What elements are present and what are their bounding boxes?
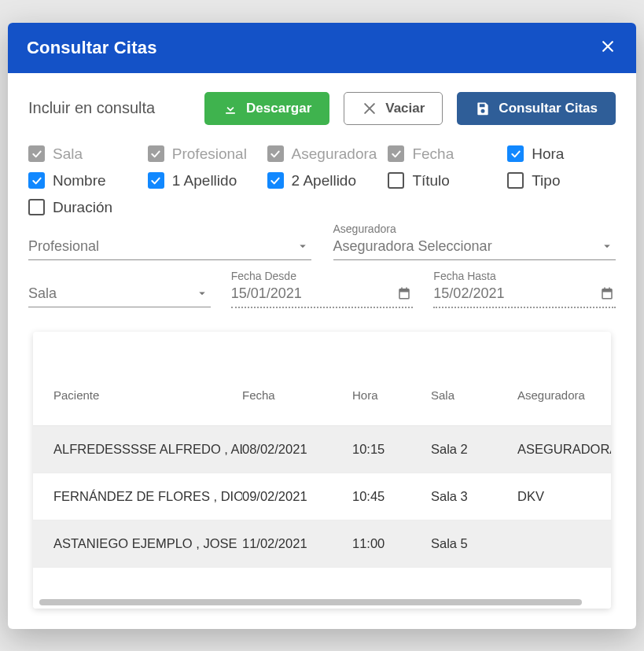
filter-row-2: Sala Fecha Desde 15/01/2021 Fecha Hasta … <box>28 281 616 308</box>
close-button[interactable] <box>598 37 617 59</box>
calendar-icon <box>397 286 411 300</box>
checkbox-titulo[interactable]: Título <box>388 172 496 189</box>
checkbox-grid: Sala Profesional Aseguradora Fecha Hora … <box>28 145 616 216</box>
checkbox-1apellido[interactable]: 1 Apellido <box>148 172 256 189</box>
title-bar: Consultar Citas <box>8 23 636 73</box>
check-icon <box>149 148 162 160</box>
include-label: Incluir en consulta <box>28 99 155 117</box>
fecha-desde-field[interactable]: Fecha Desde 15/01/2021 <box>231 281 414 308</box>
filter-row-1: Profesional Aseguradora Aseguradora Sele… <box>28 234 616 260</box>
sala-select[interactable]: Sala <box>28 281 211 308</box>
check-icon <box>31 175 43 187</box>
modal-body: Incluir en consulta Descargar Vaciar Con… <box>8 73 636 629</box>
checkbox-duracion[interactable]: Duración <box>28 199 137 216</box>
fecha-hasta-field[interactable]: Fecha Hasta 15/02/2021 <box>433 281 616 308</box>
check-icon <box>31 148 43 160</box>
query-button[interactable]: Consultar Citas <box>457 92 616 125</box>
check-icon <box>149 175 162 187</box>
download-button[interactable]: Descargar <box>204 92 329 125</box>
table-header: Paciente Fecha Hora Sala Aseguradora <box>33 332 611 426</box>
checkbox-aseguradora[interactable]: Aseguradora <box>267 145 377 163</box>
check-icon <box>390 148 403 160</box>
clear-button[interactable]: Vaciar <box>344 92 443 125</box>
col-fecha: Fecha <box>242 388 352 402</box>
profesional-select[interactable]: Profesional <box>28 234 311 260</box>
consultar-citas-modal: Consultar Citas Incluir en consulta Desc… <box>8 23 636 629</box>
col-aseguradora: Aseguradora <box>517 388 611 402</box>
aseguradora-select[interactable]: Aseguradora Aseguradora Seleccionar <box>333 234 616 260</box>
table-row[interactable]: ALFREDESSSSE ALFREDO , ALFREDO 08/02/202… <box>33 426 611 473</box>
checkbox-2apellido[interactable]: 2 Apellido <box>267 172 377 189</box>
table-row[interactable]: FERNÁNDEZ DE FLORES , DIONISIO 09/02/202… <box>33 473 611 520</box>
checkbox-hora[interactable]: Hora <box>507 145 616 163</box>
toolbar: Incluir en consulta Descargar Vaciar Con… <box>28 92 616 125</box>
modal-title: Consultar Citas <box>27 38 157 58</box>
clear-icon <box>362 101 377 116</box>
checkbox-profesional[interactable]: Profesional <box>148 145 256 163</box>
results-table: Paciente Fecha Hora Sala Aseguradora ALF… <box>33 332 611 609</box>
chevron-down-icon <box>600 239 614 253</box>
calendar-icon <box>600 286 614 300</box>
horizontal-scrollbar[interactable] <box>33 599 611 609</box>
checkbox-fecha[interactable]: Fecha <box>388 145 496 163</box>
checkbox-sala[interactable]: Sala <box>28 145 137 163</box>
col-sala: Sala <box>431 388 517 402</box>
table-row[interactable]: ASTANIEGO EJEMPLO , JOSE 11/02/2021 11:0… <box>33 520 611 568</box>
check-icon <box>269 175 282 187</box>
checkbox-nombre[interactable]: Nombre <box>28 172 137 189</box>
close-icon <box>600 39 616 54</box>
checkbox-tipo[interactable]: Tipo <box>507 172 616 189</box>
col-hora: Hora <box>352 388 431 402</box>
save-icon <box>475 101 491 116</box>
chevron-down-icon <box>195 286 209 300</box>
check-icon <box>510 148 522 160</box>
download-icon <box>223 101 238 116</box>
check-icon <box>269 148 282 160</box>
col-paciente: Paciente <box>53 388 242 402</box>
chevron-down-icon <box>296 239 310 253</box>
